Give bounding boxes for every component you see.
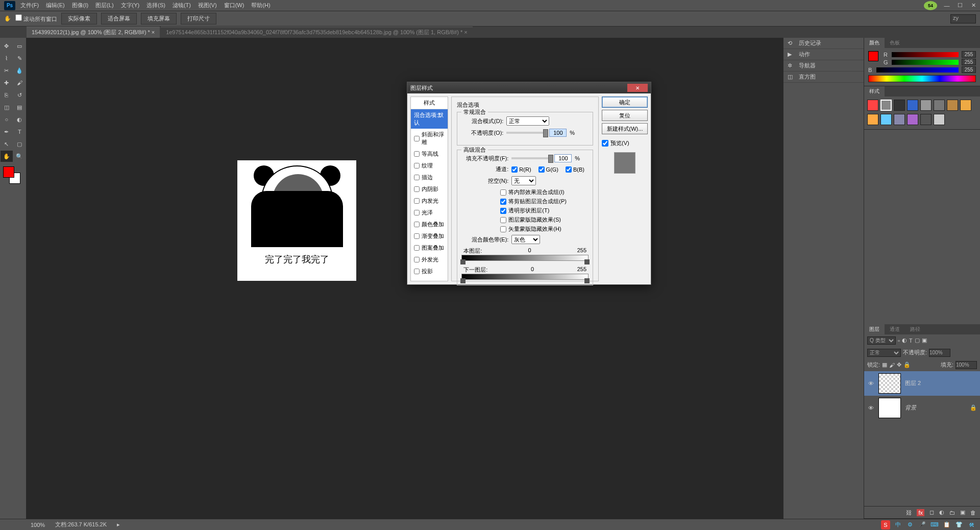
rect-marquee-tool-icon[interactable]: ▭ xyxy=(14,40,26,52)
new-layer-icon[interactable]: ▣ xyxy=(960,509,965,516)
color-panel-swatch[interactable] xyxy=(868,51,878,61)
menu-view[interactable]: 视图(V) xyxy=(198,2,217,9)
scroll-all-windows-checkbox[interactable]: 滚动所有窗口 xyxy=(15,14,57,23)
layer-name[interactable]: 图层 2 xyxy=(905,379,921,387)
foreground-color-swatch[interactable] xyxy=(3,166,14,178)
eyedropper-tool-icon[interactable]: 💧 xyxy=(14,65,26,76)
style-preset[interactable] xyxy=(907,114,918,125)
filter-smart-icon[interactable]: ▣ xyxy=(922,337,927,344)
menu-image[interactable]: 图像(I) xyxy=(72,2,88,9)
layer-mask-icon[interactable]: ◻ xyxy=(929,509,934,516)
menu-type[interactable]: 文字(Y) xyxy=(121,2,140,9)
style-preset[interactable] xyxy=(947,100,958,111)
lock-pixels-icon[interactable]: 🖌 xyxy=(889,362,895,368)
blend-mode-select[interactable]: 正常 xyxy=(506,116,549,126)
menu-edit[interactable]: 编辑(E) xyxy=(46,2,65,9)
menu-help[interactable]: 帮助(H) xyxy=(251,2,270,9)
layer-fx-icon[interactable]: fx xyxy=(917,509,924,516)
channels-tab[interactable]: 通道 xyxy=(885,324,905,334)
style-preset[interactable] xyxy=(867,100,878,111)
dodge-tool-icon[interactable]: ◐ xyxy=(14,114,26,125)
style-item-satin[interactable]: 光泽 xyxy=(411,207,448,219)
print-size-button[interactable]: 打印尺寸 xyxy=(181,13,216,25)
adjustment-layer-icon[interactable]: ◐ xyxy=(939,509,944,516)
color-tab[interactable]: 颜色 xyxy=(864,38,885,48)
r-value[interactable] xyxy=(962,51,976,58)
style-preset[interactable] xyxy=(894,114,905,125)
layer-group-icon[interactable]: 🗀 xyxy=(949,510,955,516)
preview-checkbox[interactable]: 预览(V) xyxy=(602,139,648,147)
tray-icon[interactable]: 📋 xyxy=(942,520,951,529)
brush-tool-icon[interactable]: 🖌 xyxy=(14,77,26,88)
tray-icon[interactable]: 🎤 xyxy=(918,520,927,529)
blend-interior-checkbox[interactable]: 将内部效果混合成组(I) xyxy=(500,188,589,196)
layer-name[interactable]: 背景 xyxy=(905,404,916,412)
style-item-outer-glow[interactable]: 外发光 xyxy=(411,254,448,266)
g-slider[interactable] xyxy=(892,60,959,65)
vector-mask-hides-checkbox[interactable]: 矢量蒙版隐藏效果(H) xyxy=(500,225,589,233)
layer-filter-select[interactable]: Q 类型 xyxy=(867,336,896,345)
histogram-panel-stub[interactable]: ◫直方图 xyxy=(783,71,864,83)
tray-icon[interactable]: 中 xyxy=(893,520,902,529)
channel-r-checkbox[interactable]: R(R) xyxy=(511,166,531,173)
move-tool-icon[interactable]: ✥ xyxy=(1,40,13,52)
workspace-selector[interactable]: zy xyxy=(950,14,976,23)
swatches-tab[interactable]: 色板 xyxy=(885,38,905,48)
filter-shape-icon[interactable]: ▢ xyxy=(915,337,920,344)
gradient-tool-icon[interactable]: ▤ xyxy=(14,102,26,113)
actions-panel-stub[interactable]: ▶动作 xyxy=(783,49,864,60)
b-slider[interactable] xyxy=(876,67,959,73)
user-badge[interactable]: 54 xyxy=(924,1,937,10)
tray-icon[interactable]: 🛠 xyxy=(967,520,976,529)
layer-thumbnail[interactable] xyxy=(878,398,901,418)
window-maximize-icon[interactable]: ☐ xyxy=(953,1,967,10)
eraser-tool-icon[interactable]: ◫ xyxy=(1,102,13,113)
paths-tab[interactable]: 路径 xyxy=(905,324,925,334)
style-preset[interactable] xyxy=(934,114,945,125)
quick-select-tool-icon[interactable]: ✎ xyxy=(14,53,26,64)
style-item-gradient-overlay[interactable]: 渐变叠加 xyxy=(411,230,448,242)
style-item-bevel[interactable]: 斜面和浮雕 xyxy=(411,129,448,148)
blur-tool-icon[interactable]: ○ xyxy=(1,114,13,125)
menu-filter[interactable]: 滤镜(T) xyxy=(173,2,191,9)
style-item-pattern-overlay[interactable]: 图案叠加 xyxy=(411,242,448,254)
opacity-input[interactable] xyxy=(929,349,950,357)
channel-g-checkbox[interactable]: G(G) xyxy=(538,166,558,173)
document-tab-inactive[interactable]: 1e975144e865b31f1152f040a9b34060_024f78f… xyxy=(161,27,472,38)
style-item-contour[interactable]: 等高线 xyxy=(411,148,448,160)
rectangle-tool-icon[interactable]: ▢ xyxy=(14,138,26,150)
color-swatches[interactable] xyxy=(3,166,21,185)
style-preset[interactable] xyxy=(867,114,878,125)
style-preset[interactable] xyxy=(894,100,905,111)
style-preset[interactable] xyxy=(880,114,892,125)
actual-pixels-button[interactable]: 实际像素 xyxy=(61,13,97,25)
style-item-color-overlay[interactable]: 颜色叠加 xyxy=(411,219,448,230)
visibility-icon[interactable]: 👁 xyxy=(867,380,874,387)
tray-icon[interactable]: 👕 xyxy=(954,520,964,529)
visibility-icon[interactable]: 👁 xyxy=(867,405,874,411)
style-preset[interactable] xyxy=(960,100,971,111)
pen-tool-icon[interactable]: ✒ xyxy=(1,126,13,137)
styles-tab[interactable]: 样式 xyxy=(864,86,885,97)
type-tool-icon[interactable]: T xyxy=(14,126,26,137)
menu-window[interactable]: 窗口(W) xyxy=(224,2,244,9)
channel-b-checkbox[interactable]: B(B) xyxy=(566,166,584,173)
history-brush-tool-icon[interactable]: ↺ xyxy=(14,89,26,101)
fill-opacity-input[interactable] xyxy=(554,154,572,162)
style-preset[interactable] xyxy=(920,100,932,111)
document-tab-active[interactable]: 1543992012(1).jpg @ 100% (图层 2, RGB/8#) … xyxy=(27,27,160,38)
healing-brush-tool-icon[interactable]: ✚ xyxy=(1,77,13,88)
tray-icon[interactable]: ⌨ xyxy=(930,520,939,529)
dialog-close-button[interactable]: ✕ xyxy=(627,84,648,92)
filter-type-icon[interactable]: T xyxy=(909,338,913,344)
crop-tool-icon[interactable]: ✂ xyxy=(1,65,13,76)
lasso-tool-icon[interactable]: ⌇ xyxy=(1,53,13,64)
opacity-input[interactable] xyxy=(549,129,567,137)
color-ramp[interactable] xyxy=(868,75,976,82)
fill-opacity-slider[interactable] xyxy=(511,157,551,159)
history-panel-stub[interactable]: ⟲历史记录 xyxy=(783,38,864,49)
cancel-button[interactable]: 复位 xyxy=(602,110,648,121)
navigator-panel-stub[interactable]: ✲导航器 xyxy=(783,60,864,71)
lock-transparency-icon[interactable]: ▦ xyxy=(882,362,887,368)
delete-layer-icon[interactable]: 🗑 xyxy=(970,510,976,516)
